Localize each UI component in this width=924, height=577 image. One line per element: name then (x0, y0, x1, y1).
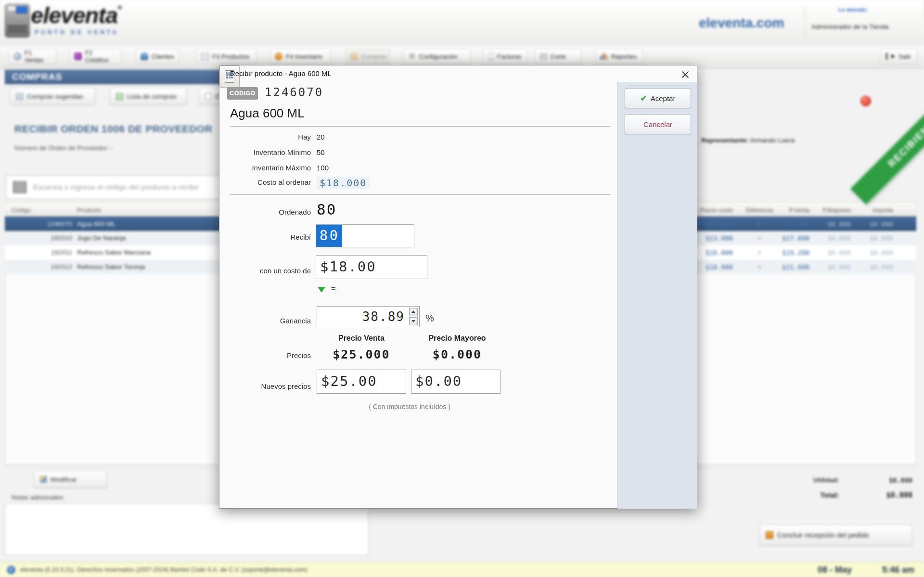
scan-placeholder: Escanea o ingresa el código del producto… (33, 176, 199, 199)
tab-f2-creditos[interactable]: F2 Créditos (69, 49, 121, 64)
total-value: $0.000 (847, 491, 912, 500)
creditos-icon (74, 52, 82, 60)
product-code: 1246070 (265, 86, 323, 99)
corte-icon (540, 53, 547, 60)
order-cost-value: $18.000 (317, 177, 370, 189)
stepper-up-icon[interactable] (409, 308, 418, 316)
tab-f4-inventario[interactable]: F4 Inventario (270, 49, 331, 64)
hay-label: Hay (219, 133, 311, 141)
ventas-icon (13, 52, 21, 60)
order-cost-label: Costo al ordenar (219, 178, 311, 186)
modify-button[interactable]: Modificar (34, 471, 107, 488)
productos-icon (201, 52, 209, 60)
compras-icon (350, 52, 358, 60)
notes-textarea[interactable] (5, 503, 369, 555)
status-bar: i eleventa (5.10.3.21). Derechos reserva… (0, 562, 924, 577)
logo-subtitle: PUNTO DE VENTA (35, 29, 119, 36)
codigo-badge: CÓDIGO (227, 87, 258, 100)
total-label: Total: (751, 491, 839, 499)
percent-sign: % (425, 313, 434, 324)
exit-button[interactable]: Salir (881, 49, 917, 64)
profit-label: Ganancia (219, 317, 311, 325)
status-date: 08 - May (808, 563, 852, 577)
cost-input-label: con un costo de (219, 267, 311, 275)
notification-icon[interactable] (860, 96, 871, 106)
utilidad-value: $0.000 (847, 476, 912, 484)
orders-doc-icon (205, 93, 211, 100)
header-importe[interactable]: Importe (857, 204, 893, 217)
new-wholesale-price-input[interactable]: $0.00 (411, 370, 500, 394)
suggested-list-icon (16, 93, 23, 100)
purchase-list-icon (116, 93, 123, 100)
green-arrow-down-icon (318, 287, 325, 293)
min-value: 50 (317, 148, 325, 156)
clientes-icon (141, 52, 148, 60)
ordered-label: Ordenado (219, 208, 311, 216)
received-input[interactable]: 80 (316, 224, 414, 247)
order-heading: RECIBIR ORDEN 1006 DE PROVEEDOR (14, 123, 212, 135)
sale-price-header: Precio Venta (316, 334, 407, 343)
dialog-button-panel: ✔Aceptar Cancelar (617, 82, 697, 509)
profit-input[interactable]: 38.89 (317, 306, 420, 327)
app-logo: eleventa® (31, 2, 122, 28)
header-pventa[interactable]: P.Venta (778, 204, 809, 217)
status-time: 5:46 am (873, 563, 914, 577)
profit-stepper[interactable] (409, 308, 418, 325)
receiving-ribbon: RECIBIENDO (850, 76, 924, 205)
received-selected-text: 80 (316, 225, 342, 247)
tab-f1-ventas[interactable]: F1 Ventas (9, 49, 57, 64)
prices-label: Precios (219, 351, 311, 359)
cancel-button[interactable]: Cancelar (625, 114, 691, 134)
attends-label: Le atiende: (838, 7, 868, 13)
tab-corte[interactable]: Corte (535, 49, 581, 64)
max-value: 100 (317, 164, 329, 172)
exit-arrow-icon (891, 54, 895, 59)
ordered-value: 80 (317, 201, 336, 218)
tab-reportes[interactable]: Reportes (595, 49, 643, 64)
exit-door-icon (886, 53, 888, 60)
sale-price-value: $25.000 (316, 347, 407, 361)
equals-sign: = (331, 285, 335, 294)
current-user: Administrador de la Tienda (811, 23, 889, 30)
product-name: Agua 600 ML (230, 106, 305, 121)
new-prices-label: Nuevos precios (219, 382, 311, 390)
app-header: eleventa® PUNTO DE VENTA Le atiende: ele… (0, 0, 924, 45)
close-icon[interactable] (680, 70, 690, 79)
tab-facturas[interactable]: Facturas (483, 49, 527, 64)
check-icon: ✔ (641, 93, 647, 103)
tab-compras[interactable]: Compras (346, 49, 390, 64)
new-sale-price-input[interactable]: $25.00 (317, 370, 406, 394)
divider (230, 194, 610, 195)
header-codigo[interactable]: Código (12, 204, 31, 217)
cost-input[interactable]: $18.00 (316, 255, 427, 279)
app-window: eleventa® PUNTO DE VENTA Le atiende: ele… (0, 0, 924, 577)
representative-name: Armando Loera (750, 137, 795, 144)
utilidad-label: Utilidad: (751, 476, 839, 484)
box-icon (766, 531, 773, 539)
tab-configuracion[interactable]: ⚙Configuración (404, 49, 471, 64)
header-pmayoreo[interactable]: P.Mayoreo (813, 204, 851, 217)
stepper-down-icon[interactable] (409, 317, 418, 325)
trademark: ® (117, 4, 122, 11)
suggested-purchases-button[interactable]: Compras sugeridas (10, 88, 95, 105)
tab-clientes[interactable]: Clientes (136, 49, 179, 64)
receive-product-dialog: Recibir producto - Agua 600 ML ✔Aceptar … (219, 65, 697, 509)
min-label: Inventario Mínimo (219, 148, 311, 156)
barcode-icon (13, 181, 26, 193)
purchase-list-button[interactable]: Lista de compras (110, 88, 187, 105)
received-label: Recibí (219, 233, 311, 241)
representative-line: Representante: Armando Loera (701, 137, 795, 144)
conclude-reception-button[interactable]: Concluir recepción del pedido (759, 525, 912, 546)
tax-note: ( Con impuestos incluídos ) (316, 403, 503, 410)
wholesale-price-value: $0.000 (410, 347, 504, 361)
representative-label: Representante: (701, 137, 748, 144)
tab-f3-productos[interactable]: F3 Productos (196, 49, 257, 64)
info-icon: i (7, 565, 15, 574)
header-producto[interactable]: Producto (77, 204, 101, 217)
site-link[interactable]: eleventa.com (699, 15, 784, 31)
header-diferencia[interactable]: Diferencia (741, 204, 778, 217)
accept-button[interactable]: ✔Aceptar (625, 88, 691, 108)
max-label: Inventario Máximo (219, 164, 311, 172)
facturas-icon (488, 53, 494, 60)
notes-label: Notas adicionales: (12, 494, 64, 501)
